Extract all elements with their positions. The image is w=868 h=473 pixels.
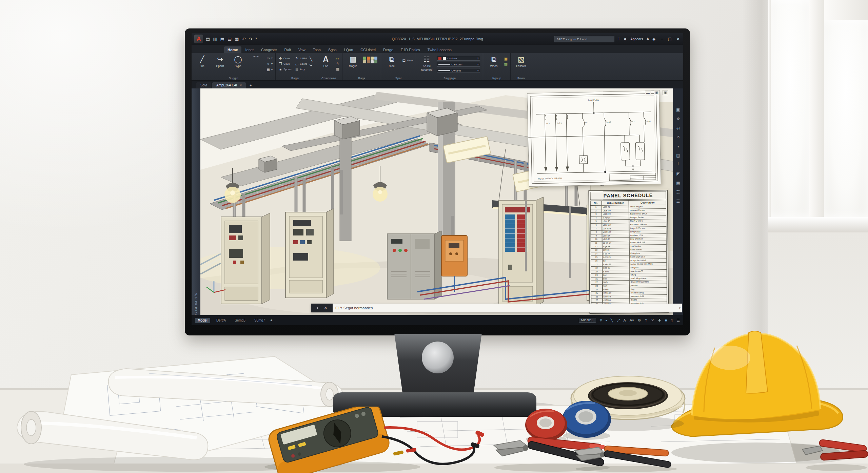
rotate-tool[interactable]: ↻LABdl [295,56,307,61]
new-icon[interactable]: ▤ [206,37,210,42]
help-icon[interactable]: A [646,37,649,41]
panel-label-block[interactable]: Spar [381,77,416,80]
drawing-canvas[interactable]: 1/43.8a.1/5- [192,88,683,315]
minimize-icon[interactable]: – [661,37,663,41]
panel-label-utilities[interactable]: Frreo [511,77,532,80]
ribbon-tab[interactable]: Twhd Loosens [424,46,455,53]
rectangle-dropdown[interactable]: ▭▾ [266,56,273,61]
crosshair-icon[interactable]: ✚ [658,318,661,323]
save-icon[interactable]: ⬒ [220,37,224,42]
copy-tool[interactable]: ❐Cove [278,61,292,66]
filter-icon[interactable]: Y [645,318,647,322]
match-properties-tool[interactable]: ☷ An-Bcranamed [419,55,434,71]
command-input[interactable]: E1Y Segat bermaades [333,304,677,312]
hatch-dropdown[interactable]: ▩▾ [266,67,273,72]
panel-label-annotation[interactable]: Cnainnese [315,77,342,80]
menu-icon[interactable]: ☰ [676,199,680,204]
polar-icon[interactable]: ⤢ [617,318,620,323]
ribbon-tab[interactable]: Derge [380,46,397,53]
ribbon-tab[interactable]: LQun [340,46,356,53]
dimension-icon[interactable]: ⇿ [336,57,339,61]
isolate-icon[interactable]: ✕ [651,318,654,323]
ribbon-tab[interactable]: Home [224,46,241,53]
section-icon[interactable]: ◤ [676,171,679,176]
paste-tool[interactable]: ▧ Fassiva [513,55,529,68]
snap-icon[interactable]: ▪ [606,318,607,322]
viewcube-icon[interactable]: ▣ [676,107,680,112]
orbit-icon[interactable]: ↺ [676,135,680,140]
panel-label-draw[interactable]: Suggin [192,77,275,80]
account-label[interactable]: Appears [630,37,643,41]
panel-label-groups[interactable]: Kgoup [483,77,510,80]
share-icon[interactable]: ⤴ [618,37,620,41]
trim-icon[interactable]: ╲ [310,57,312,62]
layout-tab[interactable]: Model [195,318,210,323]
ungroup-icon[interactable]: ▣ [504,57,507,61]
color-dropdown[interactable]: Lindbae▾ [437,56,480,61]
panel-schedule[interactable]: PANEL SCHEDULE No. Cable number Descript… [588,190,669,314]
measure-icon[interactable]: ╵ [677,162,679,167]
grid-icon[interactable]: # [600,318,602,322]
annotation-scale-icon[interactable]: A [624,318,626,322]
arc-tool[interactable]: ⌒ [248,55,264,64]
start-tab[interactable]: Sovt [196,82,211,88]
ribbon-tab[interactable]: Congcste [258,46,280,53]
scale-tool[interactable]: ⬚ScAfs [295,61,307,66]
schematic-inset[interactable]: bust 2 4kv [527,90,661,187]
polyline-tool[interactable]: ↪ Cparrt [212,55,228,68]
ribbon-tab[interactable]: Ienet [242,46,257,53]
stretch-tool[interactable]: ■Sporrs [278,67,292,72]
model-space-label[interactable]: MODEL [579,318,596,323]
close-icon[interactable]: ✕ [676,37,680,41]
fillet-icon[interactable]: ⤷ [310,62,312,68]
create-block-tool[interactable]: ⬓Save [402,58,413,63]
viewport-maximize-icon[interactable]: ▣ [663,90,668,95]
command-close-icon[interactable]: ✕ [324,306,327,310]
app-logo-icon[interactable]: A [194,35,203,43]
new-tab-icon[interactable]: + [247,83,254,88]
ribbon-tab[interactable]: Rait [281,46,295,53]
group-edit-icon[interactable]: ▩ [504,62,507,66]
layer-properties-tool[interactable]: ▤ Maglie [345,55,361,68]
table-icon[interactable]: ▦ [336,67,339,71]
panel-label-properties[interactable]: Saggage [416,77,483,80]
restore-icon[interactable]: ▢ [668,37,672,41]
zoom-icon[interactable]: ◎ [676,126,680,130]
command-customize-icon[interactable]: ⌖ [316,306,319,310]
settings-icon[interactable]: ◆ [652,37,655,41]
panel-label-modify[interactable]: Pager [276,77,315,80]
tab-close-icon[interactable]: ✕ [240,84,242,87]
ribbon-tab[interactable]: Sgss [325,46,340,53]
ellipse-dropdown[interactable]: ◊▾ [266,61,273,66]
redo-icon[interactable]: ↷ [249,37,252,42]
layout-tab[interactable]: S3mg7 [252,318,268,323]
properties-icon[interactable]: ☷ [676,190,680,194]
saveas-icon[interactable]: ⬓ [228,37,232,42]
leader-icon[interactable]: ↰ [336,62,339,66]
circle-tool[interactable]: ◯ Sype [230,55,246,68]
drawing-tab[interactable]: AmpL264 C4l ✕ [212,82,246,88]
account-icon[interactable]: ☻ [623,37,627,41]
ribbon-tab[interactable]: E1D Enslcs [397,46,423,53]
lineweight-dropdown[interactable]: Ow and▾ [437,68,480,73]
move-tool[interactable]: ✥Onne [278,56,292,61]
insert-block-tool[interactable]: ⧉ Cloe [384,55,399,68]
layout-tab[interactable]: Dert/A [214,318,229,323]
undo-icon[interactable]: ↶ [242,37,245,42]
ortho-icon[interactable]: ╲ [611,318,613,323]
ribbon-tab[interactable]: CCl ristel [357,46,379,53]
annotation-visibility-icon[interactable]: A▾ [630,318,634,323]
workspace-icon[interactable]: ⚙ [638,318,641,323]
panel-label-layers[interactable]: Pags [342,77,381,80]
group-tool[interactable]: ⧉ Wdos [486,55,501,68]
pan-icon[interactable]: ✥ [676,117,680,121]
text-tool[interactable]: A Lon [318,55,334,68]
linetype-dropdown[interactable]: Cansonh▾ [437,62,480,67]
palette-icon[interactable]: ▦ [676,181,680,185]
qat-dropdown-icon[interactable]: ▾ [255,37,257,42]
plot-icon[interactable]: ▦ [235,37,239,42]
open-icon[interactable]: ▥ [213,37,217,42]
viewport-minimize-icon[interactable]: ▬ [645,90,651,95]
command-history-icon[interactable]: ▾ [677,304,682,312]
ribbon-tab[interactable]: Tasn [310,46,324,53]
